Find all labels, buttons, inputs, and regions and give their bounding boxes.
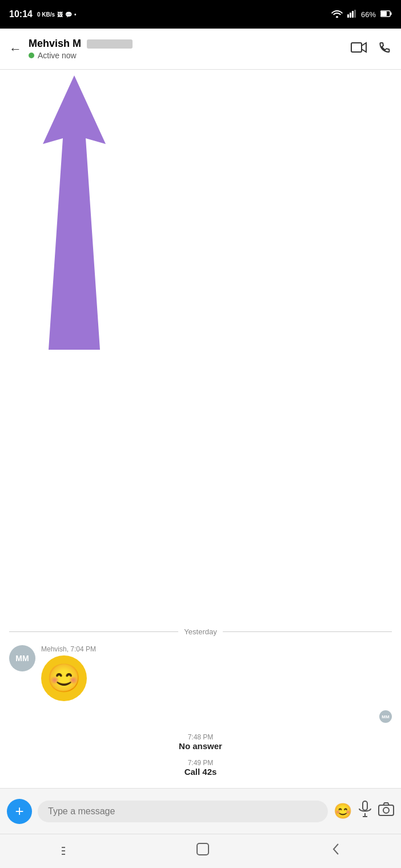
mic-button[interactable] bbox=[359, 801, 371, 822]
input-bar: + 😊 bbox=[0, 788, 401, 834]
online-status-dot bbox=[29, 53, 34, 58]
date-line-left bbox=[9, 631, 178, 632]
contact-name: Mehvish M bbox=[29, 38, 351, 50]
date-divider: Yesterday bbox=[9, 627, 392, 636]
nav-bar bbox=[0, 834, 401, 868]
name-blur bbox=[87, 39, 133, 49]
svg-rect-10 bbox=[363, 801, 367, 810]
svg-rect-1 bbox=[347, 14, 349, 18]
system-message-call: 7:49 PM Call 42s bbox=[9, 759, 392, 777]
message-content: Mehvish, 7:04 PM 😊 bbox=[41, 645, 96, 701]
read-receipt: MM bbox=[9, 710, 392, 723]
emoji-button[interactable]: 😊 bbox=[334, 802, 352, 820]
signal-icon bbox=[347, 10, 356, 19]
battery-icon bbox=[380, 10, 392, 19]
status-icons-right: 66% bbox=[331, 10, 392, 19]
date-line-right bbox=[223, 631, 392, 632]
battery-percent: 66% bbox=[361, 10, 376, 19]
svg-rect-8 bbox=[351, 43, 362, 52]
status-time: 10:14 bbox=[9, 9, 33, 19]
contact-status: Active now bbox=[29, 51, 351, 60]
message-meta: Mehvish, 7:04 PM bbox=[41, 645, 96, 653]
messages-container: Yesterday MM Mehvish, 7:04 PM 😊 MM bbox=[0, 70, 401, 788]
wifi-icon bbox=[331, 10, 343, 19]
message-input[interactable] bbox=[48, 806, 318, 817]
svg-rect-18 bbox=[197, 843, 208, 855]
camera-button[interactable] bbox=[378, 802, 394, 820]
add-button[interactable]: + bbox=[7, 799, 32, 824]
message-row: MM Mehvish, 7:04 PM 😊 bbox=[9, 645, 392, 701]
chat-icon: 💬 bbox=[65, 11, 72, 18]
svg-rect-2 bbox=[350, 13, 351, 18]
video-call-button[interactable] bbox=[351, 41, 367, 57]
svg-rect-4 bbox=[354, 10, 356, 18]
back-button[interactable]: ← bbox=[9, 42, 22, 57]
no-answer-text: No answer bbox=[9, 741, 392, 751]
svg-rect-3 bbox=[352, 11, 354, 18]
no-answer-time: 7:48 PM bbox=[9, 733, 392, 741]
phone-call-button[interactable] bbox=[378, 41, 392, 58]
nav-back-button[interactable] bbox=[331, 842, 340, 860]
header-actions bbox=[351, 41, 392, 58]
sticker-emoji: 😊 bbox=[41, 655, 96, 701]
avatar: MM bbox=[9, 645, 35, 671]
status-bar: 10:14 0 KB/s 🖼 💬 • 66% bbox=[0, 0, 401, 29]
contact-info: Mehvish M Active now bbox=[29, 38, 351, 60]
dot-icon: • bbox=[74, 11, 77, 18]
call-time: 7:49 PM bbox=[9, 759, 392, 767]
call-text: Call 42s bbox=[9, 767, 392, 777]
chat-area: Yesterday MM Mehvish, 7:04 PM 😊 MM bbox=[0, 70, 401, 788]
date-label: Yesterday bbox=[184, 627, 216, 636]
svg-rect-7 bbox=[381, 11, 387, 16]
data-stat: 0 KB/s bbox=[37, 11, 55, 18]
system-message-no-answer: 7:48 PM No answer bbox=[9, 733, 392, 751]
nav-menu-button[interactable] bbox=[61, 842, 74, 860]
svg-rect-6 bbox=[391, 12, 392, 15]
svg-point-14 bbox=[383, 807, 389, 813]
svg-rect-13 bbox=[379, 805, 394, 815]
read-receipt-avatar: MM bbox=[379, 710, 392, 723]
nav-home-button[interactable] bbox=[195, 842, 210, 861]
chat-header: ← Mehvish M Active now bbox=[0, 29, 401, 70]
svg-point-0 bbox=[336, 16, 338, 18]
input-icons: 😊 bbox=[334, 801, 394, 822]
message-input-wrapper[interactable] bbox=[38, 801, 328, 822]
gallery-icon: 🖼 bbox=[57, 11, 63, 18]
